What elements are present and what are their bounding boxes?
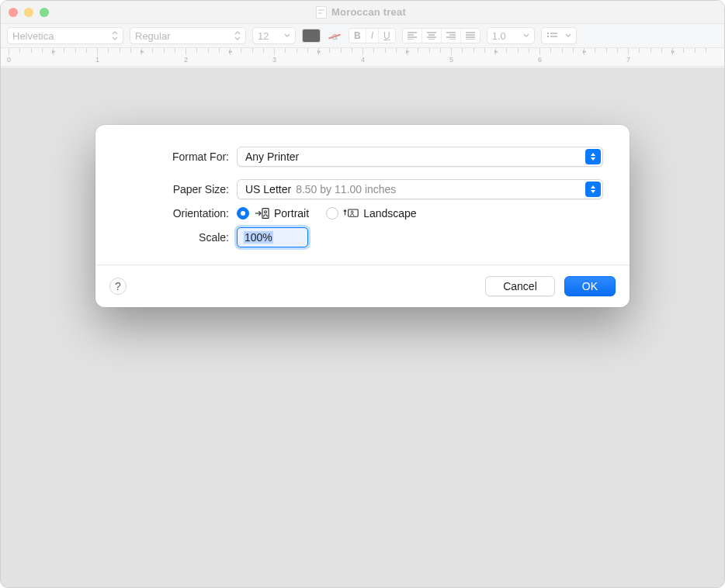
ruler-number: 7: [626, 56, 630, 64]
font-size-popup[interactable]: 12: [252, 27, 296, 44]
chevron-updown-icon: [230, 31, 241, 40]
ruler-number: 5: [449, 56, 453, 64]
chevron-down-icon: [560, 33, 571, 38]
document-icon: [316, 6, 327, 19]
format-for-label: Format For:: [122, 150, 237, 163]
ruler-number: 1: [95, 56, 99, 64]
portrait-label: Portrait: [274, 207, 309, 220]
titlebar: Moroccan treat: [1, 1, 724, 24]
font-family-popup[interactable]: Helvetica: [7, 27, 123, 44]
paper-size-dimensions: 8.50 by 11.00 inches: [296, 183, 396, 195]
line-spacing-popup[interactable]: 1.0: [487, 27, 535, 44]
text-color-swatch[interactable]: [302, 29, 321, 43]
ruler-number: 3: [272, 56, 276, 64]
svg-point-0: [546, 32, 548, 33]
minimize-window-button[interactable]: [24, 8, 33, 17]
chevron-down-icon: [519, 33, 529, 38]
paper-size-value: US Letter: [245, 183, 291, 195]
underline-button[interactable]: U: [379, 29, 395, 43]
help-icon: ?: [115, 280, 121, 292]
chevron-down-icon: [279, 33, 290, 38]
svg-point-1: [546, 35, 548, 36]
paper-size-label: Paper Size:: [122, 183, 237, 195]
window-title-text: Moroccan treat: [331, 6, 406, 18]
ruler-number: 2: [184, 56, 188, 64]
font-style-popup[interactable]: Regular: [130, 27, 246, 44]
help-button[interactable]: ?: [109, 278, 127, 295]
text-style-group: B I U: [349, 28, 396, 43]
document-window: Moroccan treat Helvetica Regular 12 a B: [0, 0, 725, 588]
svg-point-3: [265, 211, 267, 213]
align-right-button[interactable]: [442, 29, 461, 43]
list-style-popup[interactable]: [541, 27, 577, 44]
zoom-window-button[interactable]: [40, 8, 49, 17]
cancel-label: Cancel: [503, 280, 537, 292]
orientation-portrait-radio[interactable]: Portrait: [237, 207, 309, 220]
ok-label: OK: [582, 280, 598, 292]
chevron-updown-icon: [107, 31, 118, 40]
list-icon: [546, 30, 557, 42]
window-title: Moroccan treat: [55, 6, 667, 19]
scale-value: 100%: [244, 231, 273, 244]
bold-button[interactable]: B: [349, 29, 366, 43]
scale-label: Scale:: [122, 231, 237, 244]
ruler-number: 4: [361, 56, 365, 64]
portrait-icon: [254, 207, 269, 220]
line-spacing-value: 1.0: [492, 30, 506, 42]
close-window-button[interactable]: [9, 8, 18, 17]
ok-button[interactable]: OK: [564, 276, 616, 296]
align-left-button[interactable]: [403, 29, 422, 43]
chevron-updown-icon: [585, 182, 601, 197]
font-family-value: Helvetica: [12, 30, 54, 42]
radio-checked-icon: [237, 207, 249, 220]
landscape-label: Landscape: [363, 207, 417, 220]
align-justify-button[interactable]: [461, 29, 480, 43]
page-setup-dialog: Format For: Any Printer Paper Size: US L…: [95, 125, 630, 307]
svg-point-5: [351, 211, 353, 213]
chevron-updown-icon: [585, 149, 601, 164]
radio-unchecked-icon: [326, 207, 338, 220]
format-toolbar: Helvetica Regular 12 a B I U: [1, 24, 724, 48]
strikethrough-button[interactable]: a: [327, 28, 342, 43]
font-style-value: Regular: [135, 30, 171, 42]
scale-input[interactable]: 100%: [237, 227, 308, 247]
ruler[interactable]: 0▸1▸2▸3▸4▸5▸6▸7▸: [1, 48, 724, 67]
format-for-popup[interactable]: Any Printer: [237, 147, 603, 167]
orientation-landscape-radio[interactable]: Landscape: [326, 207, 417, 220]
cancel-button[interactable]: Cancel: [485, 276, 555, 296]
paper-size-popup[interactable]: US Letter 8.50 by 11.00 inches: [237, 179, 603, 199]
alignment-group: [402, 28, 480, 43]
font-size-value: 12: [258, 30, 269, 42]
dialog-footer: ? Cancel OK: [95, 265, 630, 307]
landscape-icon: [343, 207, 359, 220]
ruler-number: 0: [7, 56, 11, 64]
orientation-label: Orientation:: [122, 207, 237, 220]
window-controls: [9, 8, 49, 17]
align-center-button[interactable]: [422, 29, 442, 43]
ruler-number: 6: [538, 56, 542, 64]
italic-button[interactable]: I: [366, 29, 379, 43]
format-for-value: Any Printer: [245, 150, 299, 163]
